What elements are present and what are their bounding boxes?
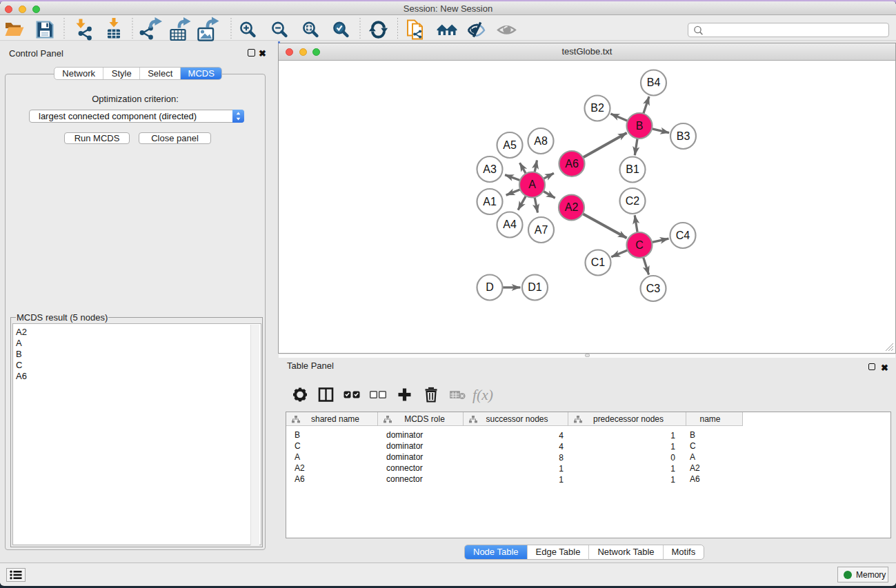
svg-text:C: C [635, 239, 644, 251]
svg-text:A5: A5 [503, 139, 517, 151]
svg-text:C2: C2 [626, 195, 640, 207]
svg-text:A: A [528, 179, 536, 190]
svg-text:A2: A2 [565, 201, 579, 213]
svg-text:D: D [486, 281, 494, 293]
svg-text:A6: A6 [565, 158, 579, 170]
svg-text:B3: B3 [677, 130, 690, 142]
svg-text:B: B [636, 120, 644, 132]
svg-text:A8: A8 [534, 135, 548, 147]
svg-text:B1: B1 [626, 163, 639, 175]
svg-text:C4: C4 [676, 230, 690, 241]
svg-text:C1: C1 [591, 256, 606, 268]
svg-text:A1: A1 [483, 196, 497, 207]
svg-text:B4: B4 [647, 77, 661, 88]
svg-text:A7: A7 [535, 224, 548, 236]
svg-text:D1: D1 [528, 281, 542, 293]
svg-text:f(x): f(x) [472, 387, 493, 403]
svg-text:A3: A3 [483, 163, 497, 175]
svg-text:A4: A4 [503, 219, 517, 230]
svg-text:C3: C3 [646, 283, 661, 294]
svg-text:B2: B2 [590, 102, 604, 114]
